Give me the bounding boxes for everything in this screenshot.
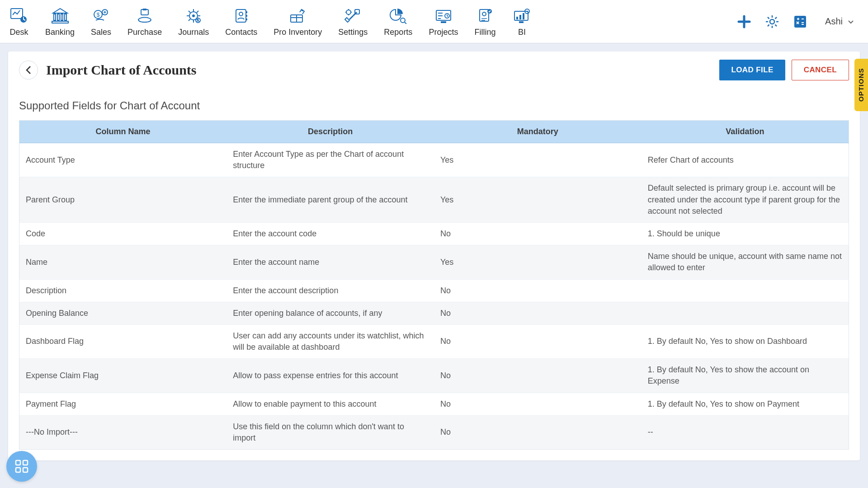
- nav-label: Journals: [178, 28, 209, 37]
- svg-rect-34: [516, 17, 518, 19]
- nav-item-reports[interactable]: Reports: [384, 6, 412, 37]
- nav-item-pro-inventory[interactable]: Pro Inventory: [274, 6, 322, 37]
- svg-rect-6: [65, 14, 66, 20]
- svg-rect-3: [54, 14, 56, 20]
- load-file-button[interactable]: LOAD FILE: [719, 60, 785, 80]
- purchase-icon: [135, 6, 155, 26]
- svg-text:$: $: [96, 12, 99, 18]
- table-cell: Expense Claim Flag: [19, 359, 227, 393]
- svg-marker-2: [53, 9, 67, 13]
- table-cell: 1. By default No, Yes to show on Dashboa…: [642, 324, 849, 358]
- svg-rect-29: [441, 21, 446, 23]
- user-menu[interactable]: Ashi: [821, 16, 859, 27]
- top-navigation: Desk Banking $ Sales Purchase Journals: [0, 0, 868, 43]
- svg-point-14: [192, 14, 195, 17]
- svg-rect-20: [246, 15, 247, 17]
- nav-item-bi[interactable]: BI: [512, 6, 532, 37]
- bi-icon: [512, 6, 532, 26]
- table-cell: 1. By default No, Yes to show the accoun…: [642, 359, 849, 393]
- table-cell: Parent Group: [19, 177, 227, 223]
- svg-rect-36: [523, 13, 524, 19]
- table-row: Expense Claim FlagAllow to pass expense …: [19, 359, 849, 393]
- table-cell: No: [434, 359, 642, 393]
- svg-rect-44: [16, 468, 20, 472]
- th-column-name: Column Name: [19, 121, 227, 143]
- nav-label: Pro Inventory: [274, 28, 322, 37]
- import-card: Import Chart of Accounts LOAD FILE CANCE…: [8, 52, 860, 460]
- subheading: Supported Fields for Chart of Account: [8, 86, 860, 120]
- table-cell: Enter Account Type as per the Chart of a…: [226, 143, 434, 177]
- svg-point-39: [527, 11, 528, 12]
- table-cell: Enter the account code: [226, 222, 434, 245]
- table-cell: Yes: [434, 245, 642, 279]
- table-header-row: Column Name Description Mandatory Valida…: [19, 121, 849, 143]
- nav-item-filling[interactable]: Filling: [474, 6, 495, 37]
- table-cell: Enter the immediate parent group of the …: [226, 177, 434, 223]
- table-cell: Description: [19, 279, 227, 302]
- svg-rect-43: [23, 460, 28, 465]
- gear-icon[interactable]: [764, 14, 780, 29]
- th-description: Description: [226, 121, 434, 143]
- nav-item-banking[interactable]: Banking: [45, 6, 75, 37]
- apps-fab[interactable]: [6, 451, 37, 482]
- table-cell: Opening Balance: [19, 302, 227, 324]
- options-tab[interactable]: OPTIONS: [854, 59, 868, 111]
- table-cell: Enter the account name: [226, 245, 434, 279]
- nav-item-journals[interactable]: Journals: [178, 6, 209, 37]
- table-row: Account TypeEnter Account Type as per th…: [19, 143, 849, 177]
- svg-rect-21: [246, 19, 247, 20]
- svg-point-31: [482, 12, 486, 16]
- svg-point-26: [401, 18, 405, 23]
- svg-rect-35: [519, 15, 521, 19]
- calculator-icon[interactable]: [793, 14, 808, 29]
- svg-point-40: [770, 19, 774, 24]
- projects-icon: [434, 6, 453, 26]
- chevron-left-icon: [25, 66, 32, 75]
- table-cell: Use this field on the column which don't…: [226, 415, 434, 449]
- table-row: DescriptionEnter the account description…: [19, 279, 849, 302]
- svg-rect-19: [246, 11, 247, 13]
- filling-icon: [475, 6, 495, 26]
- cancel-button[interactable]: CANCEL: [792, 60, 849, 80]
- table-cell: No: [434, 222, 642, 245]
- table-cell: Refer Chart of accounts: [642, 143, 849, 177]
- svg-rect-41: [794, 16, 806, 28]
- svg-rect-45: [23, 468, 28, 472]
- table-cell: 1. By default No, Yes to show on Payment: [642, 393, 849, 415]
- nav-label: Desk: [9, 28, 28, 37]
- table-cell: Enter opening balance of accounts, if an…: [226, 302, 434, 324]
- grid-icon: [14, 459, 29, 474]
- nav-item-projects[interactable]: Projects: [429, 6, 458, 37]
- add-icon[interactable]: [736, 14, 752, 29]
- table-cell: Yes: [434, 143, 642, 177]
- table-row: Opening BalanceEnter opening balance of …: [19, 302, 849, 324]
- svg-rect-42: [16, 460, 20, 465]
- svg-point-25: [346, 10, 351, 14]
- nav-item-contacts[interactable]: Contacts: [225, 6, 257, 37]
- table-cell: User can add any accounts under its watc…: [226, 324, 434, 358]
- nav-item-purchase[interactable]: Purchase: [127, 6, 162, 37]
- svg-rect-5: [61, 14, 63, 20]
- table-cell: No: [434, 415, 642, 449]
- table-row: CodeEnter the account codeNo1. Should be…: [19, 222, 849, 245]
- nav-label: Banking: [45, 28, 75, 37]
- nav-item-desk[interactable]: Desk: [9, 6, 29, 37]
- table-cell: Allow to pass expense entries for this a…: [226, 359, 434, 393]
- nav-label: Settings: [338, 28, 368, 37]
- nav-label: BI: [518, 28, 526, 37]
- table-cell: Enter the account description: [226, 279, 434, 302]
- table-row: NameEnter the account nameYesName should…: [19, 245, 849, 279]
- th-mandatory: Mandatory: [434, 121, 642, 143]
- nav-item-settings[interactable]: Settings: [338, 6, 368, 37]
- table-cell: Code: [19, 222, 227, 245]
- nav-items: Desk Banking $ Sales Purchase Journals: [9, 6, 532, 37]
- table-cell: Account Type: [19, 143, 227, 177]
- nav-item-sales[interactable]: $ Sales: [91, 6, 111, 37]
- nav-label: Purchase: [127, 28, 162, 37]
- page-title: Import Chart of Accounts: [46, 62, 196, 78]
- table-cell: 1. Should be unique: [642, 222, 849, 245]
- back-button[interactable]: [19, 61, 38, 80]
- table-row: Dashboard FlagUser can add any accounts …: [19, 324, 849, 358]
- contacts-icon: [231, 6, 251, 26]
- table-cell: Name should be unique, account with same…: [642, 245, 849, 279]
